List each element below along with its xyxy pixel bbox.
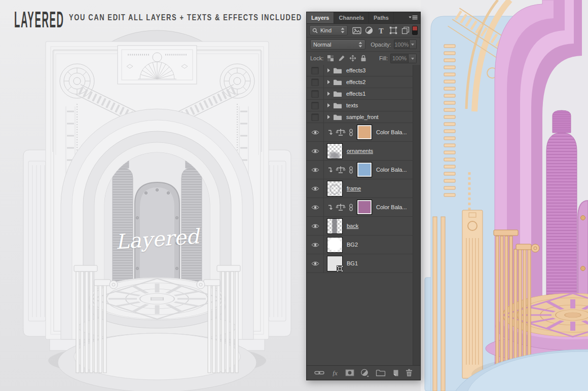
layer-row[interactable]: BG2 [307, 236, 413, 254]
eye-icon [311, 186, 319, 191]
panel-menu-icon[interactable] [406, 12, 420, 23]
layer-row[interactable]: Color Bala... [307, 161, 413, 179]
layer-name[interactable]: effects1 [346, 91, 365, 97]
link-layers-icon[interactable] [314, 370, 324, 375]
chain-link-icon [349, 129, 353, 136]
visibility-toggle[interactable] [307, 236, 324, 254]
eye-icon [311, 242, 319, 248]
lock-all-icon[interactable] [360, 55, 366, 62]
filter-toggle[interactable] [412, 26, 418, 35]
expand-arrow-icon[interactable] [327, 103, 330, 107]
blend-mode-value: Normal [313, 42, 331, 48]
clip-arrow-icon [327, 205, 333, 210]
visibility-toggle[interactable] [307, 198, 324, 216]
lock-pixels-icon[interactable] [338, 55, 345, 62]
scales-icon [336, 129, 346, 136]
layer-row[interactable]: texts [307, 100, 413, 111]
layer-row[interactable]: Color Bala... [307, 123, 413, 142]
tab-layers[interactable]: Layers [307, 12, 334, 23]
kind-filter-dropdown[interactable]: Kind [309, 25, 348, 35]
visibility-toggle[interactable] [307, 76, 324, 88]
lock-position-icon[interactable] [349, 55, 356, 62]
adjustment-mask-thumbnail[interactable] [357, 162, 372, 177]
layer-row[interactable]: sample_front [307, 111, 413, 123]
layer-name[interactable]: BG2 [347, 242, 358, 248]
layer-name[interactable]: sample_front [346, 114, 379, 120]
adjustment-mask-thumbnail[interactable] [357, 200, 372, 215]
layer-row[interactable]: BG1 [307, 254, 413, 273]
pixel-filter-icon[interactable] [352, 25, 362, 35]
eye-icon [311, 148, 319, 154]
new-layer-icon[interactable] [391, 369, 399, 377]
folder-icon [333, 114, 342, 121]
layer-row[interactable]: effects3 [307, 65, 413, 76]
svg-text:fx: fx [333, 369, 338, 376]
visibility-toggle[interactable] [307, 100, 324, 111]
visibility-toggle[interactable] [307, 161, 324, 179]
visibility-toggle[interactable] [307, 254, 324, 272]
layer-list: effects3effects2effects1textssample_fron… [307, 65, 420, 365]
layer-style-icon[interactable]: fx [330, 369, 340, 376]
visibility-toggle[interactable] [307, 179, 324, 198]
visibility-empty-well [311, 79, 319, 86]
layer-name[interactable]: effects2 [346, 79, 365, 85]
visibility-toggle[interactable] [307, 65, 324, 76]
type-filter-icon[interactable]: T [376, 25, 387, 35]
fill-dropdown-arrow[interactable] [409, 54, 417, 63]
folder-icon [333, 102, 342, 109]
layer-name[interactable]: frame [347, 185, 363, 191]
visibility-toggle[interactable] [307, 217, 324, 235]
layer-name[interactable]: BG1 [347, 260, 358, 266]
layer-row[interactable]: effects1 [307, 88, 413, 100]
adjustment-layer-icon[interactable] [360, 369, 370, 377]
layer-row[interactable]: Color Bala... [307, 198, 413, 217]
layer-name[interactable]: Color Bala... [376, 129, 407, 135]
panel-tab-strip: LayersChannelsPaths [307, 12, 420, 24]
tab-channels[interactable]: Channels [334, 12, 369, 23]
expand-arrow-icon[interactable] [327, 115, 330, 119]
adjustment-mask-thumbnail[interactable] [357, 125, 372, 140]
eye-icon [311, 261, 319, 266]
expand-arrow-icon[interactable] [327, 68, 330, 72]
opacity-dropdown-arrow[interactable] [410, 40, 417, 49]
layer-name[interactable]: texts [346, 102, 358, 108]
lock-transparency-icon[interactable] [327, 55, 334, 62]
screenshot-stage: Layered [0, 0, 588, 391]
smart-object-filter-icon[interactable] [400, 25, 411, 35]
scales-icon [336, 166, 346, 174]
layer-mask-icon[interactable] [345, 369, 354, 376]
fill-value[interactable]: 100% [390, 54, 409, 63]
visibility-toggle[interactable] [307, 142, 324, 160]
layer-thumbnail[interactable] [327, 143, 343, 159]
shape-filter-icon[interactable] [388, 25, 399, 35]
eye-icon [311, 223, 319, 229]
layer-thumbnail[interactable] [327, 181, 343, 197]
scrollbar[interactable] [413, 65, 420, 365]
layer-name[interactable]: Color Bala... [376, 204, 407, 210]
visibility-toggle[interactable] [307, 123, 324, 141]
expand-arrow-icon[interactable] [327, 80, 330, 84]
opacity-value[interactable]: 100% [394, 40, 410, 49]
layer-thumbnail[interactable] [327, 237, 343, 253]
visibility-empty-well [311, 90, 319, 98]
layers-panel: LayersChannelsPaths Kind T Normal Opacit… [306, 12, 421, 380]
layer-name[interactable]: Color Bala... [376, 167, 407, 173]
layer-row[interactable]: ornaments [307, 142, 413, 161]
opacity-label: Opacity: [371, 42, 391, 48]
expand-arrow-icon[interactable] [327, 92, 330, 96]
layer-row[interactable]: back [307, 217, 413, 236]
visibility-toggle[interactable] [307, 88, 324, 99]
layer-row[interactable]: frame [307, 179, 413, 198]
visibility-toggle[interactable] [307, 111, 324, 123]
layer-thumbnail[interactable] [327, 218, 343, 234]
layer-name[interactable]: back [347, 223, 361, 229]
layer-name[interactable]: ornaments [347, 148, 376, 154]
blend-mode-dropdown[interactable]: Normal [310, 40, 365, 50]
layer-thumbnail[interactable] [327, 256, 343, 271]
new-group-icon[interactable] [376, 369, 386, 376]
layer-name[interactable]: effects3 [346, 67, 365, 73]
delete-layer-icon[interactable] [406, 369, 413, 377]
tab-paths[interactable]: Paths [369, 12, 394, 23]
layer-row[interactable]: effects2 [307, 76, 413, 88]
adjustment-filter-icon[interactable] [364, 25, 375, 35]
